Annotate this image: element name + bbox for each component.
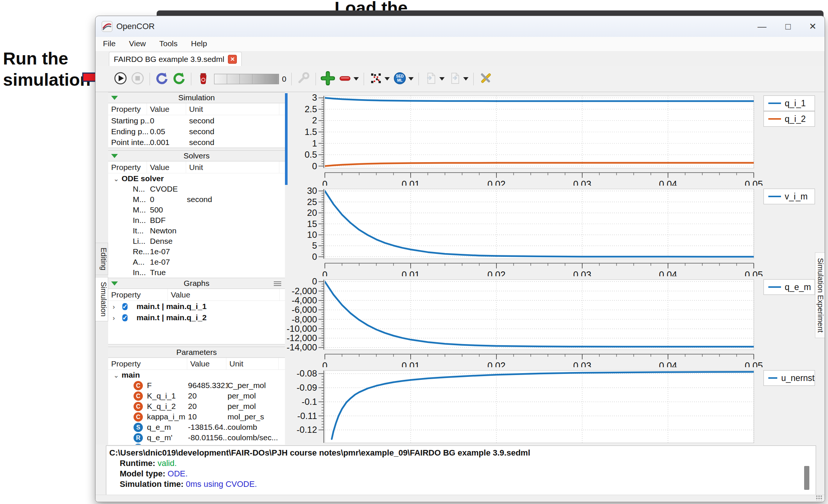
menu-tools[interactable]: Tools <box>153 37 184 50</box>
expand-chevron-icon[interactable]: ⌄ <box>108 174 122 183</box>
dropdown-caret-icon[interactable] <box>385 77 390 81</box>
title-bar[interactable]: OpenCOR — □ ✕ <box>95 16 825 37</box>
property-value[interactable]: BDF <box>150 216 187 225</box>
graph-row[interactable]: ›✓main.t | main.q_i_2 <box>108 312 285 323</box>
legend-q_e_m[interactable]: q_e_m <box>763 279 815 295</box>
reset-state-variables-button[interactable] <box>171 71 187 87</box>
plot-panel-3[interactable]: 0-2,000-4,000-6,000-8,000-10,000-12,000-… <box>285 276 815 367</box>
parameter-value[interactable]: 96485.3321 <box>188 381 228 390</box>
solver-row[interactable]: Re...1e-07 <box>108 246 285 257</box>
close-button[interactable]: ✕ <box>802 20 823 33</box>
graph-name[interactable]: main.t | main.q_i_1 <box>137 302 263 311</box>
solver-row[interactable]: A...1e-07 <box>108 257 285 267</box>
sedml-export-button[interactable]: SEDML <box>392 71 408 87</box>
plot-panel-1[interactable]: 00.511.522.5300.010.020.030.040.05 <box>285 92 815 186</box>
parameter-value[interactable]: 20 <box>188 391 228 400</box>
parameter-row[interactable]: CF96485.3321C_per_mol <box>108 380 285 391</box>
expand-chevron-icon[interactable]: › <box>108 313 119 322</box>
property-value[interactable]: Newton <box>150 226 187 235</box>
parameter-row[interactable]: CK_q_i_220per_mol <box>108 401 285 412</box>
legend-q_i_2[interactable]: q_i_2 <box>763 111 815 127</box>
solver-row[interactable]: M...500 <box>108 205 285 215</box>
property-value[interactable]: True <box>150 268 187 277</box>
parameter-row[interactable]: CK_q_i_120per_mol <box>108 391 285 401</box>
expand-chevron-icon[interactable]: › <box>108 302 119 311</box>
property-value[interactable]: 0 <box>150 195 187 204</box>
property-value[interactable]: 0.001 <box>150 138 189 147</box>
reset-model-parameters-button[interactable] <box>154 71 170 87</box>
property-value[interactable]: Dense <box>150 237 187 246</box>
export-data-button[interactable] <box>447 71 462 87</box>
output-scrollbar[interactable] <box>804 466 809 490</box>
solver-row[interactable]: N...CVODE <box>108 184 285 194</box>
parameter-value[interactable]: -80.01156... <box>188 433 228 442</box>
parameter-value[interactable]: 10 <box>188 412 228 421</box>
view-tab-simulation[interactable]: Simulation <box>95 277 108 321</box>
menu-view[interactable]: View <box>122 37 153 50</box>
dropdown-caret-icon[interactable] <box>408 77 414 81</box>
simulation-preferences-button[interactable] <box>478 71 493 87</box>
solver-row[interactable]: It...Newton <box>108 226 285 236</box>
solver-group-row[interactable]: ⌄ODE solver <box>108 173 285 184</box>
section-graphs[interactable]: Graphs <box>108 278 285 289</box>
collapse-triangle-icon[interactable] <box>111 281 118 286</box>
dropdown-caret-icon[interactable] <box>463 77 468 81</box>
property-value[interactable]: 0.05 <box>150 127 189 136</box>
solver-row[interactable]: In...True <box>108 267 285 278</box>
parameter-row[interactable]: Sq_e_m-13815.64...coulomb <box>108 422 285 432</box>
graph-checkbox[interactable]: ✓ <box>122 314 128 321</box>
run-simulation-button[interactable] <box>113 71 128 87</box>
tab-fairdo-sedml[interactable]: FAIRDO BG example 3.9.sedml ✕ <box>109 52 242 66</box>
simulation-delay-wheel[interactable] <box>214 74 279 84</box>
collapse-triangle-icon[interactable] <box>111 154 118 158</box>
parameter-value[interactable]: 20 <box>188 402 228 411</box>
property-value[interactable]: 500 <box>150 205 187 214</box>
parameter-row[interactable]: Rq_e_m'-80.01156...coulomb/sec... <box>108 432 285 443</box>
simulation-row[interactable]: Point inte...0.001second <box>108 137 285 148</box>
graph-row[interactable]: ›✓main.t | main.q_i_1 <box>108 301 285 312</box>
checkbox-wrap[interactable]: ✓ <box>119 313 137 322</box>
parameter-group-row[interactable]: ⌄main <box>108 370 285 380</box>
property-value[interactable]: 1e-07 <box>150 247 187 256</box>
clear-simulation-results-button[interactable] <box>195 71 211 87</box>
parameter-value[interactable]: 2.856810... <box>188 444 228 445</box>
simulation-row[interactable]: Starting p...0second <box>108 115 285 126</box>
resize-grip[interactable] <box>816 495 822 500</box>
view-tab-editing[interactable]: Editing <box>95 243 108 275</box>
legend-v_i_m[interactable]: v_i_m <box>763 189 815 204</box>
property-value[interactable]: 0 <box>150 116 189 125</box>
remove-graph-panel-button[interactable] <box>337 71 353 87</box>
panel-tab-simulation-experiment[interactable]: Simulation Experiment <box>815 252 825 338</box>
parameter-row[interactable]: Sq_i_12.856810...mole <box>108 443 285 445</box>
property-value[interactable]: 1e-07 <box>150 258 187 267</box>
solver-row[interactable]: M...0second <box>108 194 285 205</box>
section-solvers[interactable]: Solvers <box>108 150 285 161</box>
graph-name[interactable]: main.t | main.q_i_2 <box>137 313 263 322</box>
property-value[interactable]: CVODE <box>150 185 187 193</box>
graph-checkbox[interactable]: ✓ <box>122 303 128 310</box>
simulation-row[interactable]: Ending p...0.05second <box>108 126 285 137</box>
menu-help[interactable]: Help <box>184 37 214 50</box>
cellml-open-button[interactable] <box>368 71 384 87</box>
add-graph-panel-button[interactable] <box>320 71 336 87</box>
maximize-button[interactable]: □ <box>778 20 799 33</box>
solver-row[interactable]: Li...Dense <box>108 236 285 246</box>
import-data-button[interactable] <box>423 71 439 87</box>
solver-row[interactable]: In...BDF <box>108 215 285 226</box>
development-mode-button[interactable] <box>296 71 311 87</box>
collapse-triangle-icon[interactable] <box>111 96 118 100</box>
minimize-button[interactable]: — <box>752 20 772 33</box>
parameter-row[interactable]: Ckappa_i_m10mol_per_s <box>108 412 285 422</box>
tab-close-icon[interactable]: ✕ <box>228 55 237 64</box>
legend-q_i_1[interactable]: q_i_1 <box>763 95 815 111</box>
simulation-output-console[interactable]: C:\Users\dnic019\development\FAIR-DOs\PJ… <box>106 445 816 495</box>
menu-file[interactable]: File <box>95 37 122 50</box>
parameter-value[interactable]: -13815.64... <box>188 423 228 432</box>
checkbox-wrap[interactable]: ✓ <box>119 302 137 311</box>
section-simulation[interactable]: Simulation <box>108 92 285 103</box>
dropdown-caret-icon[interactable] <box>439 77 445 81</box>
expand-chevron-icon[interactable]: ⌄ <box>108 371 122 379</box>
stop-simulation-button[interactable] <box>130 71 145 87</box>
dropdown-caret-icon[interactable] <box>354 77 359 81</box>
plot-panel-2[interactable]: 05101520253000.010.020.030.040.05 <box>285 186 815 276</box>
